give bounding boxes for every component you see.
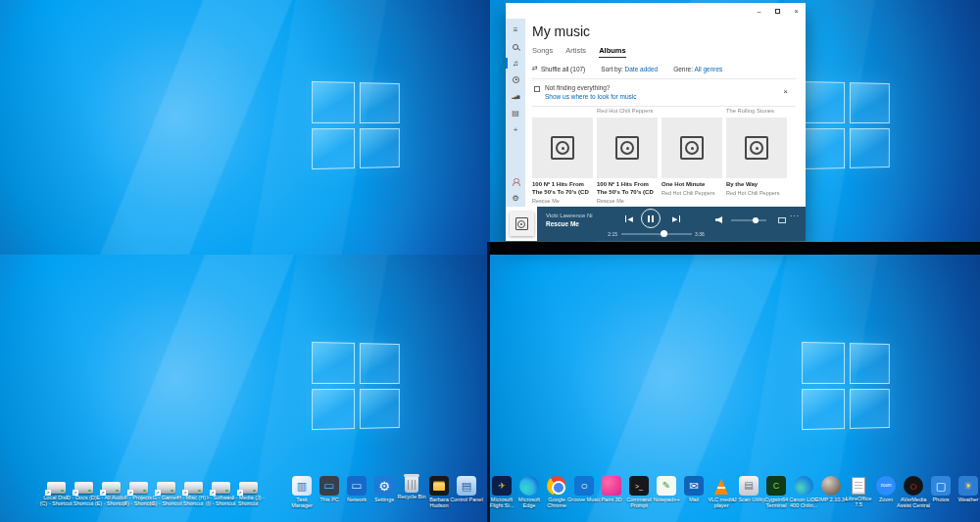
- cygwin64-terminal-icon: C: [766, 476, 786, 496]
- previous-row-artists: Red Hot Chili Peppers The Rolling Stones: [532, 107, 796, 116]
- now-playing-title: Rescue Me: [546, 220, 611, 227]
- windows-logo: [312, 81, 400, 169]
- search-icon: [513, 44, 518, 50]
- pivot-tabs: SongsArtistsAlbums: [532, 46, 796, 58]
- this-pc-icon: ▭: [319, 476, 339, 496]
- sort-by-value[interactable]: Date added: [625, 66, 659, 72]
- album-tile[interactable]: One Hot Minute Red Hot Chili Peppers: [662, 118, 722, 204]
- album-artist: Red Hot Chili Peppers: [662, 190, 722, 196]
- photos-icon: ▢: [931, 476, 951, 496]
- desktop-icon-j-media-j-shortcut[interactable]: J - Media (J) - Shortcut: [231, 476, 265, 507]
- now-playing-art-zone: [506, 207, 537, 241]
- sidebar-item-account[interactable]: [506, 173, 525, 190]
- canon-lide-400-onlin-icon: [794, 476, 813, 496]
- genre: Genre: All genres: [673, 66, 722, 72]
- playback-bar: Vicki Lawrence Ni Rescue Me ◀ ▶ 2:15 3:3…: [506, 207, 806, 241]
- partial-artist-label: Red Hot Chili Peppers: [597, 108, 653, 114]
- partial-artist-label: The Rolling Stones: [726, 108, 774, 114]
- pause-button[interactable]: [641, 209, 661, 228]
- transport-controls: Vicki Lawrence Ni Rescue Me ◀ ▶ 2:15 3:3…: [537, 207, 806, 241]
- tab-albums[interactable]: Albums: [599, 46, 626, 58]
- miniplayer-icon[interactable]: [778, 217, 786, 223]
- banner-close-button[interactable]: ×: [783, 87, 788, 96]
- main-content: My music SongsArtistsAlbums ⇄ Shuffle al…: [525, 19, 806, 207]
- google-chrome-icon: [547, 476, 566, 496]
- volume-icon[interactable]: [715, 216, 722, 223]
- cd-icon: [680, 136, 704, 160]
- local-disk-c-shortcut-icon: [47, 482, 66, 494]
- album-artist: Rescue Me: [597, 198, 658, 204]
- windows-logo: [802, 81, 890, 169]
- now-playing-info: Vicki Lawrence Ni Rescue Me: [546, 213, 611, 227]
- tab-songs[interactable]: Songs: [532, 46, 553, 58]
- close-button[interactable]: ×: [787, 3, 806, 19]
- page-title: My music: [532, 24, 796, 39]
- banner-link[interactable]: Show us where to look for music: [545, 93, 637, 100]
- sidebar-item-now-playing[interactable]: ▂▄▆: [506, 88, 525, 105]
- volume-knob[interactable]: [753, 217, 759, 223]
- previous-button[interactable]: ◀: [625, 215, 633, 222]
- weather-icon: ☀: [958, 476, 978, 496]
- sidebar-item-search[interactable]: [506, 38, 525, 55]
- desktop-icon-control-panel[interactable]: ▤ Control Panel: [450, 476, 483, 502]
- now-playing-artist: Vicki Lawrence Ni: [546, 213, 611, 218]
- next-button[interactable]: ▶: [672, 215, 680, 222]
- now-playing-icon: ▂▄▆: [512, 95, 519, 99]
- windows-logo: [802, 342, 890, 430]
- mail-icon: ✉: [684, 476, 704, 496]
- libreoffice-7-5-icon: [852, 477, 865, 495]
- microsoft-flight-si-icon: ✈: [492, 476, 512, 496]
- tab-artists[interactable]: Artists: [565, 46, 586, 58]
- shuffle-all-button[interactable]: ⇄ Shuffle all (107): [532, 65, 585, 72]
- genre-label: Genre:: [673, 66, 693, 72]
- desktop-icon-label: Control Panel: [450, 497, 483, 502]
- cd-icon: [745, 136, 768, 160]
- album-tile[interactable]: By the Way Red Hot Chili Peppers: [726, 118, 787, 204]
- sidebar-item-settings[interactable]: ⚙: [506, 190, 525, 207]
- genre-value[interactable]: All genres: [694, 66, 722, 72]
- h-misc-h-shortcut-icon: [184, 482, 203, 494]
- album-title: 100 Nº 1 Hits From The 50's To 70's (CD …: [597, 181, 658, 197]
- monitor-seam-horizontal: [489, 242, 980, 255]
- sidebar-item-my-music[interactable]: ♫: [506, 55, 525, 71]
- command-prompt-icon: >_: [629, 476, 649, 496]
- sidebar-item-new-playlist[interactable]: +: [506, 121, 525, 138]
- g-games-g-shortcut-icon: [157, 482, 175, 494]
- d-docs-d-shortcut-icon: [74, 482, 93, 494]
- progress-slider[interactable]: [621, 233, 692, 235]
- minimize-button[interactable]: –: [750, 3, 768, 19]
- pc-folder-icon: [534, 86, 540, 92]
- e-all-audio-e-shortcut-icon: [102, 482, 121, 494]
- sort-by: Sort by: Date added: [601, 66, 658, 72]
- toolbar: ⇄ Shuffle all (107) Sort by: Date added …: [532, 65, 796, 79]
- maximize-icon: [775, 9, 780, 14]
- desktop-icon-weather[interactable]: ☀ Weather: [952, 476, 980, 502]
- volume-slider[interactable]: [731, 219, 766, 221]
- desktop-icon-label: J - Media (J) - Shortcut: [231, 495, 265, 507]
- maximize-button[interactable]: [768, 3, 787, 19]
- album-art-placeholder: [532, 118, 593, 178]
- groove-music-window: – × ≡♫▂▄▆▤+⚙ My music SongsArtistsAlbums…: [506, 3, 806, 241]
- windows-logo: [312, 342, 400, 430]
- sidebar-item-recent-plays[interactable]: [506, 71, 525, 88]
- cd-icon: [551, 136, 574, 160]
- recent-plays-icon: [513, 76, 519, 83]
- menu-icon: ≡: [514, 26, 518, 34]
- zoom-icon: zoom: [876, 476, 896, 496]
- sidebar-item-menu[interactable]: ≡: [506, 22, 525, 38]
- j-media-j-shortcut-icon: [239, 482, 258, 494]
- album-artist: Rescue Me: [532, 198, 593, 204]
- progress-knob[interactable]: [661, 230, 667, 237]
- album-tile[interactable]: 100 Nº 1 Hits From The 50's To 70's (CD …: [597, 118, 658, 204]
- album-title: 100 Nº 1 Hits From The 50's To 70's (CD …: [532, 181, 593, 197]
- album-art-placeholder: [662, 118, 722, 178]
- network-icon: ▭: [347, 476, 367, 496]
- now-playing-album-art[interactable]: [510, 212, 534, 236]
- sidebar-item-playlists[interactable]: ▤: [506, 105, 525, 121]
- task-manager-icon: ▥: [292, 476, 312, 496]
- more-options-button[interactable]: ···: [790, 213, 800, 219]
- cd-icon: [515, 217, 528, 230]
- album-tile[interactable]: 100 Nº 1 Hits From The 50's To 70's (CD …: [532, 118, 593, 204]
- total-time: 3:36: [695, 231, 705, 237]
- album-art-placeholder: [597, 118, 658, 178]
